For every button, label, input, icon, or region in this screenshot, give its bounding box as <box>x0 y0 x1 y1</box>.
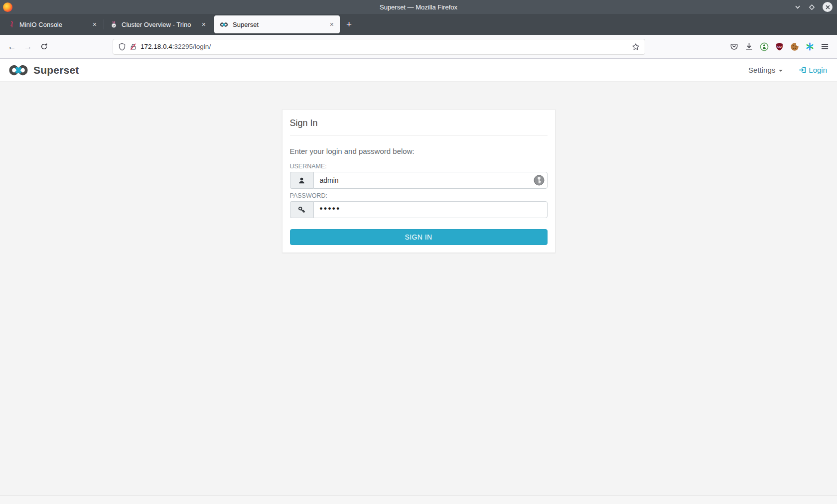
tab-trino-cluster-overview[interactable]: Cluster Overview - Trino × <box>105 15 212 33</box>
username-input-group: admin <box>290 172 548 189</box>
url-text[interactable]: 172.18.0.4:32295/login/ <box>140 43 211 50</box>
window-maximize-button[interactable] <box>809 4 815 10</box>
password-input-group: ••••• <box>290 201 548 218</box>
settings-label: Settings <box>748 66 775 74</box>
card-title: Sign In <box>290 118 548 128</box>
insecure-lock-icon[interactable] <box>130 43 137 51</box>
tab-superset-active[interactable]: Superset × <box>214 15 340 33</box>
tab-separator <box>213 19 213 29</box>
green-extension-icon[interactable] <box>760 42 769 51</box>
tab-close-icon[interactable]: × <box>92 20 98 28</box>
downloads-icon[interactable] <box>745 42 753 51</box>
key-icon <box>290 201 313 218</box>
password-label: PASSWORD: <box>290 192 548 199</box>
sign-in-icon <box>799 66 807 74</box>
ublock-shield-extension-icon[interactable]: UD <box>775 42 784 51</box>
tab-strip: MinIO Console × Cluster Overview - Trino… <box>0 14 837 35</box>
superset-brand[interactable]: Superset <box>7 64 79 77</box>
card-header: Sign In <box>290 110 548 135</box>
tracking-protection-shield-icon[interactable] <box>118 43 126 51</box>
minio-favicon-icon <box>8 21 15 28</box>
tab-minio-console[interactable]: MinIO Console × <box>3 15 103 33</box>
sign-in-button[interactable]: SIGN IN <box>290 229 548 245</box>
tab-close-icon[interactable]: × <box>201 20 207 28</box>
url-bar[interactable]: 172.18.0.4:32295/login/ <box>113 39 645 55</box>
colorful-asterisk-extension-icon[interactable] <box>806 42 814 51</box>
svg-text:UD: UD <box>777 45 782 48</box>
firefox-logo-icon <box>3 2 12 12</box>
tab-label: Superset <box>233 21 325 28</box>
user-icon <box>290 172 313 189</box>
window-titlebar: Superset — Mozilla Firefox <box>0 0 837 14</box>
back-button[interactable]: ← <box>4 39 20 55</box>
forward-button[interactable]: → <box>20 39 36 55</box>
pocket-icon[interactable] <box>730 42 738 51</box>
bookmark-star-icon[interactable] <box>632 43 640 51</box>
cookie-extension-icon[interactable] <box>790 42 799 51</box>
login-link[interactable]: Login <box>799 66 827 74</box>
login-instruction: Enter your login and password below: <box>290 147 548 155</box>
login-label: Login <box>809 66 827 74</box>
page-footer <box>0 496 837 504</box>
window-minimize-button[interactable] <box>794 3 801 10</box>
tab-label: MinIO Console <box>19 21 88 28</box>
username-label: USERNAME: <box>290 163 548 170</box>
brand-name: Superset <box>33 64 79 76</box>
password-input[interactable]: ••••• <box>313 201 548 218</box>
superset-logo-icon <box>7 64 30 77</box>
superset-favicon-icon <box>219 22 229 27</box>
menu-hamburger-icon[interactable] <box>821 42 829 51</box>
tab-label: Cluster Overview - Trino <box>122 21 197 28</box>
sign-in-card: Sign In Enter your login and password be… <box>282 109 556 253</box>
trino-favicon-icon <box>110 21 118 28</box>
main-content: Sign In Enter your login and password be… <box>0 82 837 496</box>
card-body: Enter your login and password below: USE… <box>282 135 555 252</box>
new-tab-button[interactable]: + <box>340 19 358 30</box>
tab-close-icon[interactable]: × <box>329 20 335 28</box>
password-manager-key-icon[interactable] <box>534 175 545 186</box>
superset-navbar: Superset Settings Login <box>0 59 837 82</box>
browser-toolbar: ← → 172.18.0.4:32295/login/ <box>0 35 837 59</box>
caret-down-icon <box>779 70 783 72</box>
settings-menu[interactable]: Settings <box>748 66 783 74</box>
tab-separator <box>104 19 104 29</box>
window-close-button[interactable] <box>823 2 833 12</box>
window-title: Superset — Mozilla Firefox <box>0 3 837 11</box>
reload-button[interactable] <box>36 39 52 55</box>
username-input[interactable]: admin <box>313 172 548 189</box>
